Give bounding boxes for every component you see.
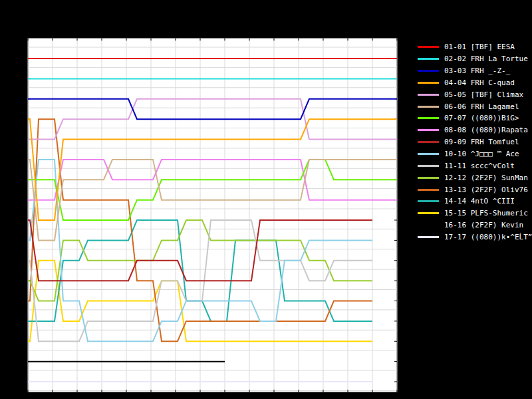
legend-item: 04-04 FRH C-quad <box>418 77 532 89</box>
legend-label: 03-03 FRH _-Z-_ <box>444 67 510 74</box>
legend-item: 11-11 sccc^vColt <box>418 160 532 172</box>
legend-item: 01-01 [TBF] EESA <box>418 41 532 53</box>
legend-color-swatch <box>418 236 439 238</box>
legend-color-swatch <box>418 106 439 108</box>
legend-label: 15-15 PLFS-Shumeric <box>444 209 528 217</box>
legend-item: 13-13 (2F2F) Oliv76 <box>418 184 532 196</box>
legend-color-swatch <box>418 46 439 48</box>
legend-label: 08-08 ((080))Rapata <box>444 126 528 134</box>
legend-label: 16-16 (2F2F) Kevin <box>444 221 523 229</box>
legend-item: 09-09 FRH Tomfuel <box>418 136 532 148</box>
legend-item: 17-17 ((080))k•^EĹT” <box>418 231 532 243</box>
legend-color-swatch <box>418 189 439 191</box>
legend-color-swatch <box>418 129 439 131</box>
legend-item: 14-14 4ntO ^CIII <box>418 196 532 207</box>
legend-label: 07-07 ((080))BiG> <box>444 114 519 122</box>
legend-item: 16-16 (2F2F) Kevin <box>418 219 532 231</box>
legend-color-swatch <box>418 165 439 167</box>
legend-label: 14-14 4ntO ^CIII <box>444 198 515 205</box>
legend-color-swatch <box>418 212 439 214</box>
legend-item: 03-03 FRH _-Z-_ <box>418 65 532 77</box>
legend-item: 10-10 ^J□□□ ™ Ace <box>418 148 532 160</box>
legend-color-swatch <box>418 117 439 119</box>
legend-color-swatch <box>418 177 439 179</box>
legend-label: 05-05 [TBF] Climax <box>444 91 523 98</box>
legend-color-swatch <box>418 141 439 143</box>
legend-color-swatch <box>418 82 439 84</box>
legend-label: 17-17 ((080))k•^EĹT” <box>444 233 532 241</box>
chart-legend: 01-01 [TBF] EESA02-02 FRH La Tortue03-03… <box>418 41 532 243</box>
plot-area <box>28 38 397 392</box>
legend-label: 04-04 FRH C-quad <box>444 79 515 86</box>
legend-label: 11-11 sccc^vColt <box>444 162 515 170</box>
legend-color-swatch <box>418 200 439 202</box>
legend-label: 06-06 FRH Lagamel <box>444 103 519 110</box>
legend-label: 02-02 FRH La Tortue <box>444 55 528 63</box>
legend-label: 10-10 ^J□□□ ™ Ace <box>444 150 519 158</box>
legend-item: 08-08 ((080))Rapata <box>418 124 532 136</box>
legend-color-swatch <box>418 224 439 226</box>
legend-label: 13-13 (2F2F) Oliv76 <box>444 186 528 194</box>
legend-item: 02-02 FRH La Tortue <box>418 53 532 65</box>
legend-item: 07-07 ((080))BiG> <box>418 112 532 124</box>
legend-color-swatch <box>418 58 439 60</box>
legend-color-swatch <box>418 94 439 96</box>
legend-label: 01-01 [TBF] EESA <box>444 43 515 51</box>
position-chart-window: 01-01 [TBF] EESA02-02 FRH La Tortue03-03… <box>0 0 532 399</box>
legend-item: 15-15 PLFS-Shumeric <box>418 207 532 219</box>
legend-label: 09-09 FRH Tomfuel <box>444 138 519 146</box>
legend-item: 12-12 (2F2F) SunMan <box>418 172 532 184</box>
legend-item: 05-05 [TBF] Climax <box>418 88 532 100</box>
legend-label: 12-12 (2F2F) SunMan <box>444 174 528 182</box>
legend-color-swatch <box>418 153 439 155</box>
legend-item: 06-06 FRH Lagamel <box>418 100 532 112</box>
legend-color-swatch <box>418 70 439 72</box>
